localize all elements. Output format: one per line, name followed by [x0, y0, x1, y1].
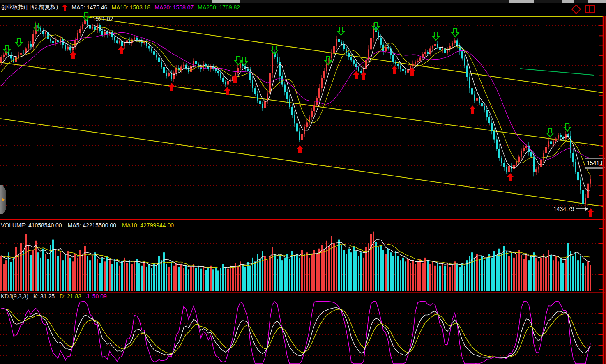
split-window-icon[interactable] [585, 5, 595, 13]
sidebar-expand-handle[interactable] [0, 185, 6, 214]
chart-canvas[interactable]: 1921.021434.791541.8 [0, 0, 606, 364]
volume-value: VOLUME: 41058540.00 [1, 222, 62, 229]
svg-text:1434.79: 1434.79 [553, 206, 574, 212]
corner-toolbar [573, 5, 595, 13]
kdj-d-value: D: 21.83 [60, 293, 81, 300]
volume-ma5-value: MA5: 42215500.00 [68, 222, 116, 229]
volume-header: VOLUME: 41058540.00 MA5: 42215500.00 MA1… [1, 222, 174, 229]
kdj-k-value: K: 31.25 [33, 293, 55, 300]
diamond-icon[interactable] [571, 4, 581, 14]
ma10-value: MA10: 1503.18 [111, 4, 150, 11]
up-arrow-icon [62, 4, 67, 11]
svg-text:1921.02: 1921.02 [92, 16, 113, 22]
kdj-header: KDJ(9,3,3) K: 31.25 D: 21.83 J: 50.09 [1, 293, 107, 300]
ma20-value: MA20: 1558.07 [154, 4, 194, 11]
ma250-value: MA250: 1769.82 [198, 4, 240, 11]
symbol-title: 创业板指(日线.前复权) [1, 4, 58, 11]
expand-arrow-icon [2, 197, 5, 202]
trading-app-window: 1921.021434.791541.8 创业板指(日线.前复权) MA5: 1… [0, 0, 606, 364]
chart-header: 创业板指(日线.前复权) MA5: 1475.46 MA10: 1503.18 … [1, 4, 240, 11]
kdj-j-value: J: 50.09 [86, 293, 107, 300]
volume-ma10-value: MA10: 42799944.00 [122, 222, 174, 229]
ma5-value: MA5: 1475.46 [71, 4, 107, 11]
kdj-name: KDJ(9,3,3) [1, 293, 28, 300]
